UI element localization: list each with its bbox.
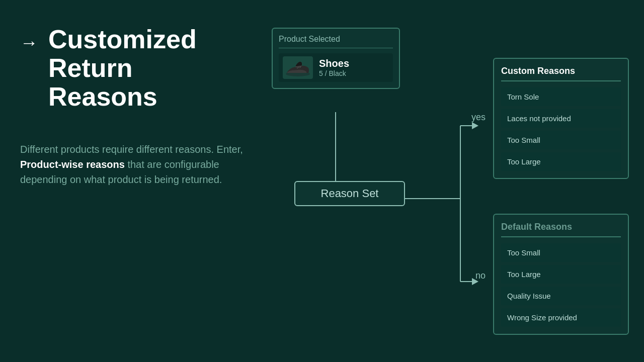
default-reason-item-2: Too Large (501, 265, 621, 284)
product-selected-box: Product Selected Shoes 5 / Black (272, 28, 400, 89)
svg-marker-5 (472, 122, 478, 129)
svg-point-10 (297, 67, 298, 68)
default-reason-item-1: Too Small (501, 243, 621, 262)
title-block: → Customized Return Reasons (20, 25, 252, 112)
default-reasons-box: Default Reasons Too Small Too Large Qual… (493, 214, 629, 335)
custom-reason-item-2: Laces not provided (501, 109, 621, 128)
description-text: Different products require different rea… (20, 142, 252, 187)
default-reason-item-4: Wrong Size provided (501, 308, 621, 327)
arrow-icon: → (20, 32, 38, 53)
custom-reasons-title: Custom Reasons (501, 66, 621, 81)
product-name: Shoes (319, 58, 349, 69)
default-reasons-title: Default Reasons (501, 222, 621, 237)
product-variant: 5 / Black (319, 69, 349, 77)
svg-point-12 (300, 66, 301, 67)
yes-label: yes (471, 112, 486, 123)
diagram-section: Product Selected Shoes 5 / Black (267, 28, 629, 339)
product-item: Shoes 5 / Black (279, 53, 393, 82)
product-info: Shoes 5 / Black (319, 58, 349, 77)
custom-reason-item-3: Too Small (501, 131, 621, 149)
custom-reason-item-1: Torn Sole (501, 87, 621, 106)
default-reason-item-3: Quality Issue (501, 287, 621, 305)
left-section: → Customized Return Reasons Different pr… (20, 25, 252, 187)
shoe-image (283, 56, 313, 79)
reason-set-box: Reason Set (294, 181, 405, 206)
no-label: no (475, 270, 486, 281)
product-selected-label: Product Selected (279, 35, 393, 48)
svg-point-11 (298, 67, 299, 68)
main-title: Customized Return Reasons (48, 25, 197, 112)
custom-reason-item-4: Too Large (501, 152, 621, 171)
custom-reasons-box: Custom Reasons Torn Sole Laces not provi… (493, 58, 629, 179)
reason-set-label: Reason Set (321, 187, 379, 200)
